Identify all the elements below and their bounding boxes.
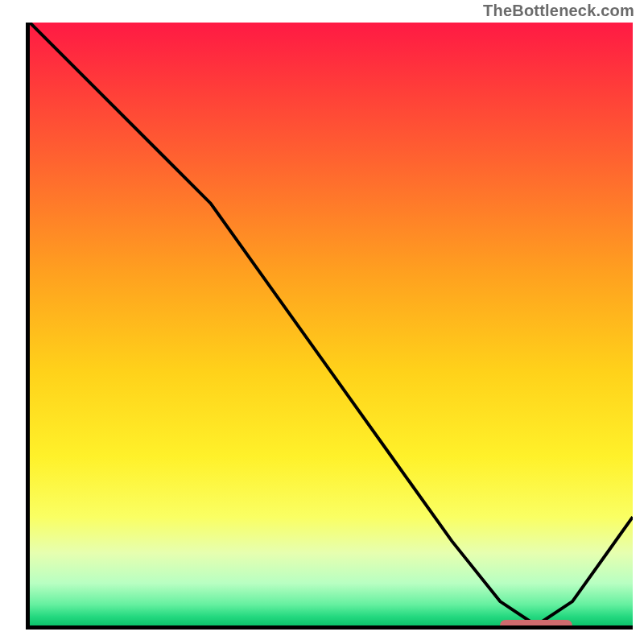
chart-frame [26,23,633,630]
optimal-zone-marker [500,620,572,625]
bottleneck-curve [30,23,633,625]
plot-area [30,23,633,625]
watermark-text: TheBottleneck.com [483,2,634,20]
